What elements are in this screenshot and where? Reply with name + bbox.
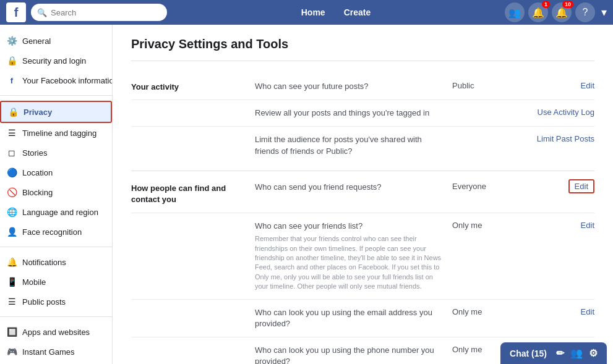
- alerts-icon-btn[interactable]: 🔔 10: [552, 2, 572, 22]
- sidebar-item-notifications[interactable]: 🔔 Notifications: [0, 252, 112, 272]
- face-icon: 👤: [6, 226, 17, 237]
- sidebar-item-language[interactable]: 🌐 Language and region: [0, 202, 112, 222]
- find-value-3: Only me: [446, 307, 520, 316]
- activity-label-1: Who can see your future posts?: [255, 81, 446, 92]
- sidebar-item-blocking[interactable]: 🚫 Blocking: [0, 182, 112, 202]
- activity-action-2[interactable]: Use Activity Log: [520, 108, 594, 117]
- sidebar-label-stories: Stories: [22, 148, 47, 158]
- sidebar-item-business[interactable]: 🔗 Business Integrations: [0, 362, 112, 364]
- friends-icon-btn[interactable]: 👥: [505, 2, 525, 22]
- activity-action-1[interactable]: Edit: [520, 81, 594, 90]
- apps-icon: 🔲: [6, 326, 17, 337]
- activity-header-3-spacer: [131, 134, 255, 135]
- timeline-icon: ☰: [6, 127, 17, 138]
- top-navigation: f 🔍 Home Create 👥 🔔 1 🔔 10 ? ▾: [0, 0, 613, 25]
- find-row-2: Who can see your friends list? Remember …: [131, 213, 594, 300]
- find-label-1: Who can send you friend requests?: [255, 182, 446, 193]
- sidebar-item-your-facebook[interactable]: f Your Facebook information: [0, 70, 112, 90]
- privacy-icon: 🔒: [7, 106, 19, 117]
- notif-icon: 🔔: [6, 256, 17, 268]
- chat-group-icon[interactable]: 👥: [570, 347, 583, 359]
- search-input[interactable]: [51, 8, 161, 17]
- page-title: Privacy Settings and Tools: [131, 37, 594, 61]
- limit-past-posts-link[interactable]: Limit Past Posts: [537, 134, 594, 143]
- nav-links: Home Create: [167, 7, 505, 17]
- chat-label: Chat (15): [510, 349, 547, 358]
- general-icon: ⚙️: [6, 35, 17, 46]
- activity-label-3: Limit the audience for posts you've shar…: [255, 134, 446, 156]
- sidebar-item-games[interactable]: 🎮 Instant Games: [0, 342, 112, 362]
- more-icon[interactable]: ▾: [601, 6, 607, 19]
- sidebar-label-privacy: Privacy: [24, 108, 52, 117]
- sidebar-label-location: Location: [22, 168, 53, 177]
- activity-row-3: Limit the audience for posts you've shar…: [131, 127, 594, 164]
- sidebar-label-language: Language and region: [22, 208, 98, 217]
- sidebar-label-security: Security and login: [22, 56, 86, 66]
- sidebar-item-face[interactable]: 👤 Face recognition: [0, 222, 112, 242]
- sidebar-item-stories[interactable]: ◻ Stories: [0, 143, 112, 163]
- stories-icon: ◻: [6, 147, 17, 158]
- friends-icon: 👥: [508, 7, 521, 19]
- activity-action-3[interactable]: Limit Past Posts: [520, 134, 594, 143]
- your-activity-section: Your activity Who can see your future po…: [131, 74, 594, 164]
- sidebar-item-mobile[interactable]: 📱 Mobile: [0, 272, 112, 292]
- topnav-icons: 👥 🔔 1 🔔 10 ? ▾: [505, 2, 607, 22]
- find-contact-header: How people can find and contact you: [131, 182, 255, 205]
- find-label-3: Who can look you up using the email addr…: [255, 307, 446, 329]
- alert-icon: 🔔: [555, 7, 568, 19]
- language-icon: 🌐: [6, 206, 17, 218]
- publicposts-icon: ☰: [6, 296, 17, 307]
- edit-future-posts-link[interactable]: Edit: [581, 81, 594, 90]
- help-icon: ?: [583, 7, 588, 18]
- find-header-4-spacer: [131, 345, 255, 346]
- search-icon: 🔍: [37, 8, 47, 17]
- home-link[interactable]: Home: [301, 7, 325, 17]
- sidebar: ⚙️ General 🔒 Security and login f Your F…: [0, 25, 113, 364]
- find-label-2: Who can see your friends list? Remember …: [255, 221, 446, 292]
- sidebar-label-general: General: [22, 36, 51, 46]
- sidebar-item-publicposts[interactable]: ☰ Public posts: [0, 292, 112, 311]
- security-icon: 🔒: [6, 55, 17, 66]
- sidebar-divider-1: [0, 95, 112, 96]
- chat-bar-icons: ✏ 👥 ⚙: [556, 347, 598, 359]
- sidebar-item-location[interactable]: 🔵 Location: [0, 163, 112, 182]
- find-label-4: Who can look you up using the phone numb…: [255, 345, 446, 364]
- sidebar-label-notifications: Notifications: [22, 258, 66, 267]
- sidebar-item-timeline[interactable]: ☰ Timeline and tagging: [0, 123, 112, 143]
- sidebar-item-privacy[interactable]: 🔒 Privacy: [0, 101, 112, 123]
- search-bar[interactable]: 🔍: [31, 4, 167, 21]
- sidebar-item-security[interactable]: 🔒 Security and login: [0, 51, 112, 70]
- main-layout: ⚙️ General 🔒 Security and login f Your F…: [0, 25, 613, 364]
- find-action-3[interactable]: Edit: [520, 307, 594, 316]
- bell-icon: 🔔: [532, 7, 544, 19]
- find-contact-section: How people can find and contact you Who …: [131, 171, 594, 364]
- find-value-2: Only me: [446, 221, 520, 230]
- find-action-2[interactable]: Edit: [520, 221, 594, 230]
- chat-edit-icon[interactable]: ✏: [556, 347, 564, 359]
- edit-friend-requests-link[interactable]: Edit: [568, 179, 594, 193]
- find-header-3-spacer: [131, 307, 255, 308]
- activity-row-2: Review all your posts and things you're …: [131, 100, 594, 127]
- activity-row-1: Your activity Who can see your future po…: [131, 74, 594, 100]
- notifications-icon-btn[interactable]: 🔔 1: [528, 2, 548, 22]
- main-content: Privacy Settings and Tools Your activity…: [113, 25, 613, 364]
- find-action-1[interactable]: Edit: [520, 182, 594, 191]
- bell-badge: 1: [542, 1, 550, 8]
- sidebar-item-general[interactable]: ⚙️ General: [0, 31, 112, 51]
- sidebar-label-publicposts: Public posts: [22, 297, 66, 307]
- chat-bar[interactable]: Chat (15) ✏ 👥 ⚙: [500, 342, 607, 364]
- activity-header-2-spacer: [131, 108, 255, 109]
- alert-badge: 10: [562, 1, 573, 8]
- find-row-3: Who can look you up using the email addr…: [131, 300, 594, 337]
- edit-friends-list-link[interactable]: Edit: [581, 221, 594, 230]
- create-link[interactable]: Create: [344, 7, 371, 17]
- sidebar-item-apps[interactable]: 🔲 Apps and websites: [0, 322, 112, 342]
- location-icon: 🔵: [6, 167, 17, 178]
- sidebar-divider-2: [0, 247, 112, 247]
- activity-log-link[interactable]: Use Activity Log: [538, 108, 595, 117]
- help-icon-btn[interactable]: ?: [575, 2, 595, 22]
- chat-gear-icon[interactable]: ⚙: [589, 347, 598, 359]
- games-icon: 🎮: [6, 346, 17, 357]
- edit-email-lookup-link[interactable]: Edit: [581, 307, 594, 316]
- sidebar-label-face: Face recognition: [22, 227, 82, 237]
